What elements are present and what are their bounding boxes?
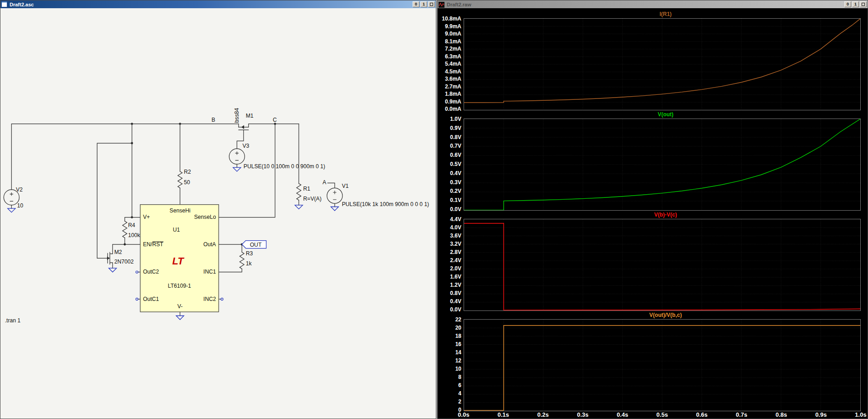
component-r4-resistor[interactable]: R4 100k — [123, 221, 140, 238]
waveform-titlebar[interactable]: Draft2.raw 0 1 — [438, 0, 868, 8]
maximize-button[interactable]: 1 — [420, 1, 427, 7]
trace-ir1 — [464, 19, 860, 110]
y-tick-label: 7.2mA — [445, 46, 461, 52]
y-tick-label: 16 — [455, 341, 461, 347]
trace-label-ratio[interactable]: V(out)/V(b,c) — [464, 311, 868, 319]
component-m2-mosfet[interactable]: M2 2N7002 — [107, 249, 134, 265]
component-v3-source[interactable]: V3 PULSE(10 0 100m 0 0 900m 0 1) — [229, 143, 325, 170]
net-label-a[interactable]: A — [322, 179, 327, 186]
y-tick-label: 4.4V — [450, 216, 461, 222]
y-tick-label: 0.0V — [450, 306, 461, 313]
r2-value[interactable]: 50 — [184, 179, 190, 186]
r3-value[interactable]: 1k — [246, 260, 252, 267]
close-button[interactable] — [860, 1, 867, 7]
plot-area-vbc[interactable] — [464, 219, 861, 311]
v3-value[interactable]: PULSE(10 0 100m 0 0 900m 0 1) — [244, 163, 325, 170]
maximize-button[interactable]: 1 — [852, 1, 859, 7]
x-tick-label: 0.3s — [577, 411, 588, 418]
plot-pane-vout: V(out) 0.0V0.1V0.2V0.3V0.4V0.5V0.6V0.7V0… — [438, 110, 868, 211]
schematic-canvas[interactable]: V2 10 V3 PULSE(10 0 100m 0 0 900m 0 1) V… — [0, 8, 436, 419]
y-tick-label: 0.2V — [450, 188, 461, 194]
y-tick-label: 2.8V — [450, 249, 461, 255]
u1-part-number[interactable]: LT6109-1 — [168, 283, 191, 289]
waveform-window-title: Draft2.raw — [446, 2, 471, 7]
y-tick-label: 4 — [458, 390, 461, 397]
y-tick-label: 10 — [455, 366, 461, 372]
m2-ref[interactable]: M2 — [114, 249, 122, 255]
v1-ref[interactable]: V1 — [342, 183, 349, 189]
u1-ref[interactable]: U1 — [173, 227, 180, 233]
r1-value[interactable]: R=V(A) — [303, 196, 322, 202]
v2-ref[interactable]: V2 — [16, 186, 23, 193]
component-u1-lt6109[interactable]: V+ SenseHi SenseLo U1 EN/RST OutA OutC2 … — [140, 205, 219, 312]
v3-ref[interactable]: V3 — [242, 143, 249, 149]
y-tick-label: 20 — [455, 325, 461, 331]
net-label-out[interactable]: OUT — [250, 242, 262, 248]
close-button[interactable] — [428, 1, 435, 7]
spice-directive[interactable]: .tran 1 — [5, 317, 21, 324]
trace-label-ir1[interactable]: I(R1) — [464, 10, 868, 18]
y-tick-label: 1.2V — [450, 282, 461, 288]
component-r3-resistor[interactable]: R3 1k — [240, 250, 253, 269]
y-tick-label: 1.6V — [450, 274, 461, 280]
schematic-svg: V2 10 V3 PULSE(10 0 100m 0 0 900m 0 1) V… — [0, 8, 436, 419]
plot-area-ratio[interactable] — [464, 319, 861, 411]
v1-value[interactable]: PULSE(10k 1k 100m 900m 0 0 0 1) — [342, 201, 429, 207]
y-tick-label: 0.9V — [450, 125, 461, 131]
trace-vout — [464, 119, 860, 210]
y-tick-label: 5.4mA — [445, 61, 461, 67]
plot-area-vout[interactable] — [464, 119, 861, 211]
y-tick-label: 3.2V — [450, 241, 461, 247]
plot-area-ir1[interactable] — [464, 18, 861, 110]
trace-label-vout[interactable]: V(out) — [464, 110, 868, 119]
m2-value[interactable]: 2N7002 — [114, 259, 134, 265]
x-tick-label: 0.6s — [696, 411, 708, 418]
waveform-file-icon — [439, 1, 444, 7]
component-r2-resistor[interactable]: R2 50 — [178, 169, 191, 188]
x-tick-label: 1.0s — [855, 411, 866, 418]
pin-inc2: INC2 — [204, 296, 216, 302]
y-tick-label: 8.1mA — [445, 38, 461, 45]
net-label-b[interactable]: B — [211, 117, 215, 123]
x-tick-label: 0.4s — [617, 411, 628, 418]
close-icon — [430, 3, 433, 6]
x-tick-label: 0.7s — [736, 411, 747, 418]
pin-outc2: OutC2 — [143, 269, 159, 275]
trace-label-vbc[interactable]: V(b)-V(c) — [464, 211, 868, 219]
y-tick-label: 0.7V — [450, 143, 461, 149]
y-tick-label: 0.4V — [450, 298, 461, 305]
r4-value[interactable]: 100k — [128, 232, 140, 238]
pin-sensehi: SenseHi — [169, 207, 190, 214]
schematic-titlebar[interactable]: Draft2.asc 0 1 — [0, 0, 436, 8]
r4-ref[interactable]: R4 — [128, 222, 135, 228]
y-tick-label: 6 — [458, 382, 461, 388]
minimize-button[interactable]: 0 — [844, 1, 851, 7]
component-v1-source[interactable]: V1 PULSE(10k 1k 100m 900m 0 0 0 1) — [327, 183, 429, 207]
minimize-button[interactable]: 0 — [413, 1, 419, 7]
m1-ref[interactable]: M1 — [246, 113, 254, 119]
y-tick-label: 0.9mA — [445, 98, 461, 105]
y-tick-label: 0.8V — [450, 134, 461, 140]
close-icon — [862, 3, 865, 6]
m1-value[interactable]: bss84 — [234, 108, 240, 123]
y-tick-label: 18 — [455, 333, 461, 339]
r2-ref[interactable]: R2 — [184, 169, 191, 175]
y-tick-label: 4.0V — [450, 224, 461, 231]
y-tick-label: 3.6mA — [445, 76, 461, 82]
component-v2-source[interactable]: V2 10 — [4, 186, 23, 209]
pin-vplus: V+ — [143, 214, 150, 220]
y-tick-label: 1.8mA — [445, 91, 461, 97]
y-tick-label: 14 — [455, 349, 461, 356]
plot-pane-ir1: I(R1) 0.0mA0.9mA1.8mA2.7mA3.6mA4.5mA5.4m… — [438, 10, 868, 110]
plot-pane-vbc: V(b)-V(c) 0.0V0.4V0.8V1.2V1.6V2.0V2.4V2.… — [438, 211, 868, 311]
x-tick-label: 0.2s — [537, 411, 549, 418]
r1-ref[interactable]: R1 — [303, 186, 311, 192]
component-r1-resistor[interactable]: R1 R=V(A) — [296, 184, 322, 202]
y-tick-label: 2.4V — [450, 257, 461, 264]
v2-value[interactable]: 10 — [17, 202, 23, 209]
component-m1-mosfet[interactable]: M1 bss84 — [234, 108, 254, 130]
window-buttons: 0 1 — [844, 1, 867, 7]
net-label-c[interactable]: C — [273, 117, 277, 123]
window-buttons: 0 1 — [413, 1, 435, 7]
r3-ref[interactable]: R3 — [246, 250, 253, 257]
